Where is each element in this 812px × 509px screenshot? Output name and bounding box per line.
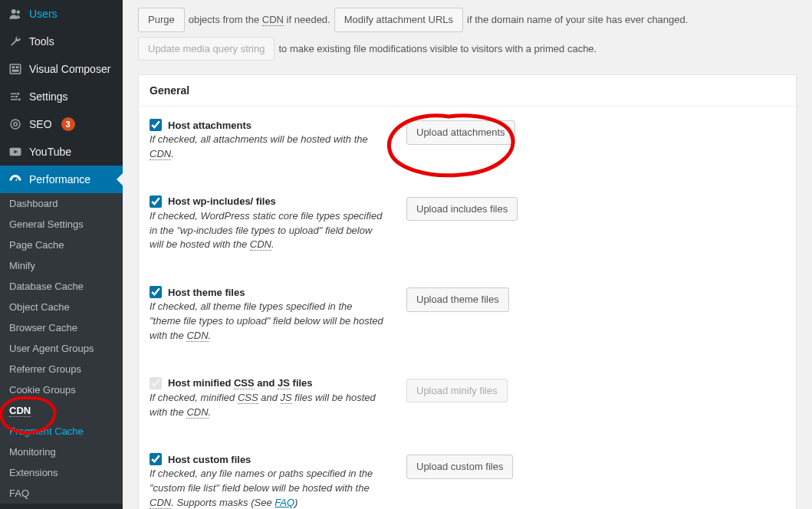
youtube-icon	[8, 144, 23, 159]
admin-sidebar: UsersToolsVisual ComposerSettingsSEO3You…	[0, 0, 123, 509]
setting-row: Host attachmentsIf checked, all attachme…	[139, 107, 796, 180]
sidebar-sub-object-cache[interactable]: Object Cache	[0, 297, 123, 317]
sidebar-item-label: Users	[29, 8, 58, 20]
sidebar-sub-page-cache[interactable]: Page Cache	[0, 235, 123, 255]
setting-title-text: Host minified CSS and JS files	[168, 377, 313, 389]
setting-row: Host custom filesIf checked, any file na…	[139, 438, 796, 509]
sidebar-item-label: Settings	[29, 90, 68, 103]
sidebar-item-users[interactable]: Users	[0, 0, 123, 28]
setting-right: Upload custom files	[406, 453, 513, 509]
sidebar-item-tools[interactable]: Tools	[0, 28, 123, 55]
setting-right: Upload attachments	[406, 119, 515, 162]
setting-row: Host wp-includes/ filesIf checked, WordP…	[139, 180, 796, 271]
setting-checkbox[interactable]	[150, 377, 162, 389]
sidebar-sub-monitoring[interactable]: Monitoring	[0, 442, 123, 462]
setting-title[interactable]: Host wp-includes/ files	[150, 195, 383, 208]
sidebar-sub-faq[interactable]: FAQ	[0, 483, 123, 504]
setting-checkbox[interactable]	[150, 453, 162, 465]
purge-button[interactable]: Purge	[138, 8, 185, 32]
setting-title[interactable]: Host custom files	[150, 453, 383, 465]
modify-urls-button[interactable]: Modify attachment URLs	[334, 8, 463, 32]
setting-right: Upload includes files	[406, 195, 518, 253]
sidebar-sub-fragment-cache[interactable]: Fragment Cache	[0, 421, 123, 442]
sidebar-item-visual-composer[interactable]: Visual Composer	[0, 55, 123, 83]
svg-point-10	[11, 120, 20, 129]
setting-description: If checked, WordPress static core file t…	[150, 209, 383, 253]
upload-button-3[interactable]: Upload minify files	[406, 379, 508, 403]
sidebar-sub-dashboard[interactable]: Dashboard	[0, 193, 123, 214]
svg-point-9	[14, 123, 18, 126]
sidebar-sub-database-cache[interactable]: Database Cache	[0, 276, 123, 297]
sidebar-item-label: Performance	[29, 173, 90, 186]
setting-title-text: Host attachments	[168, 120, 251, 131]
svg-rect-4	[16, 66, 19, 68]
upload-button-4[interactable]: Upload custom files	[406, 455, 513, 479]
sidebar-item-label: Tools	[29, 35, 54, 48]
setting-title[interactable]: Host attachments	[150, 119, 383, 131]
setting-title-text: Host theme files	[168, 287, 245, 298]
panel-title: General	[139, 75, 796, 107]
sidebar-sub-referrer-groups[interactable]: Referrer Groups	[0, 359, 123, 379]
setting-left: Host wp-includes/ filesIf checked, WordP…	[150, 195, 383, 253]
upload-button-0[interactable]: Upload attachments	[406, 120, 515, 145]
cdn-abbr: CDN	[262, 14, 284, 26]
sidebar-item-performance[interactable]: Performance	[0, 166, 123, 193]
upload-button-1[interactable]: Upload includes files	[406, 197, 518, 222]
update-description: to make existing file modifications visi…	[278, 43, 597, 54]
setting-title-text: Host wp-includes/ files	[168, 195, 276, 207]
cdn-toolbar-2: Update media query string to make existi…	[138, 37, 797, 66]
seo-icon	[8, 117, 23, 132]
setting-right: Upload theme files	[406, 286, 509, 343]
wrench-icon	[8, 34, 23, 49]
sidebar-badge: 3	[61, 117, 75, 131]
setting-title-text: Host custom files	[168, 454, 251, 465]
update-query-string-button[interactable]: Update media query string	[138, 37, 275, 61]
setting-left: Host attachmentsIf checked, all attachme…	[150, 119, 383, 162]
cdn-toolbar: Purge objects from the CDN if needed. Mo…	[138, 0, 797, 37]
visual-icon	[8, 61, 23, 77]
sidebar-item-settings[interactable]: Settings	[0, 83, 123, 110]
svg-rect-2	[10, 64, 21, 74]
sidebar-sub-user-agent-groups[interactable]: User Agent Groups	[0, 338, 123, 359]
setting-checkbox[interactable]	[150, 286, 162, 298]
setting-description: If checked, all attachments will be host…	[150, 133, 383, 162]
setting-title[interactable]: Host minified CSS and JS files	[150, 377, 383, 389]
setting-description: If checked, all theme file types specifi…	[150, 300, 383, 343]
svg-point-0	[12, 9, 16, 14]
setting-row: Host theme filesIf checked, all theme fi…	[139, 271, 796, 362]
setting-left: Host theme filesIf checked, all theme fi…	[150, 286, 383, 343]
sidebar-sub-cdn[interactable]: CDN	[0, 400, 123, 421]
setting-checkbox[interactable]	[150, 119, 162, 131]
svg-rect-5	[12, 70, 19, 72]
sidebar-sub-extensions[interactable]: Extensions	[0, 462, 123, 483]
svg-point-1	[17, 11, 21, 15]
sidebar-sub-minify[interactable]: Minify	[0, 255, 123, 276]
setting-row: Host minified CSS and JS filesIf checked…	[139, 362, 796, 438]
setting-description: If checked, any file names or paths spec…	[150, 467, 383, 509]
modify-description: if the domain name of your site has ever…	[467, 14, 688, 25]
setting-title[interactable]: Host theme files	[150, 286, 383, 298]
general-panel: General Host attachmentsIf checked, all …	[138, 74, 797, 509]
setting-description: If checked, minified CSS and JS files wi…	[150, 391, 383, 420]
sidebar-item-youtube[interactable]: YouTube	[0, 138, 123, 166]
setting-checkbox[interactable]	[150, 195, 162, 208]
sidebar-sub-cookie-groups[interactable]: Cookie Groups	[0, 379, 123, 400]
sidebar-item-label: SEO	[29, 118, 52, 130]
setting-right: Upload minify files	[406, 377, 508, 420]
svg-rect-3	[12, 66, 15, 68]
sliders-icon	[8, 89, 23, 104]
upload-button-2[interactable]: Upload theme files	[406, 287, 509, 312]
setting-left: Host custom filesIf checked, any file na…	[150, 453, 383, 509]
sidebar-sub-browser-cache[interactable]: Browser Cache	[0, 317, 123, 338]
faq-link[interactable]: FAQ	[275, 497, 294, 508]
users-icon	[8, 6, 23, 21]
sidebar-sub-general-settings[interactable]: General Settings	[0, 214, 123, 235]
svg-point-8	[18, 98, 21, 100]
gauge-icon	[8, 172, 23, 187]
svg-point-7	[15, 96, 18, 98]
sidebar-item-label: YouTube	[29, 146, 71, 158]
sidebar-item-label: Visual Composer	[29, 63, 110, 75]
svg-point-6	[17, 93, 19, 95]
sidebar-item-seo[interactable]: SEO3	[0, 110, 123, 138]
purge-description: objects from the CDN if needed.	[189, 14, 330, 25]
